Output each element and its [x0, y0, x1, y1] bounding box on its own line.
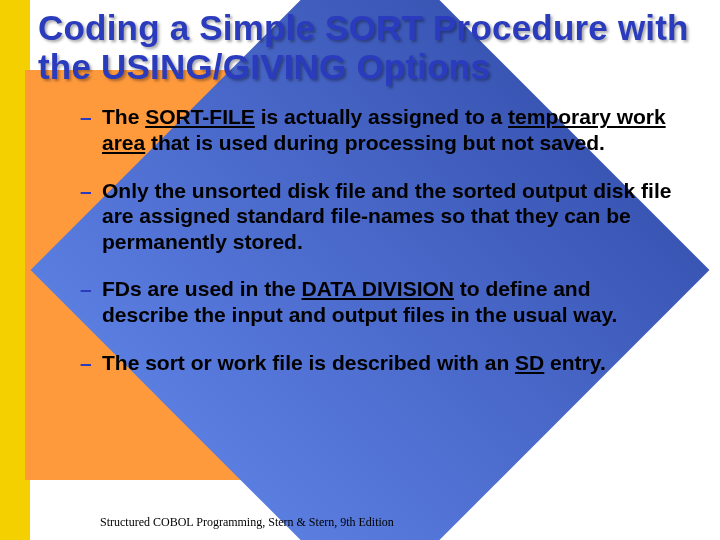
slide-content: Coding a Simple SORT Procedure with the …	[0, 0, 720, 375]
bullet-text: is actually assigned to a	[255, 105, 508, 128]
bullet-item: Only the unsorted disk file and the sort…	[80, 178, 682, 255]
slide-footer: Structured COBOL Programming, Stern & St…	[100, 515, 394, 530]
bullet-underline: DATA DIVISION	[302, 277, 454, 300]
bullet-list: The SORT-FILE is actually assigned to a …	[38, 104, 700, 375]
bullet-item: The SORT-FILE is actually assigned to a …	[80, 104, 682, 155]
bullet-text: The sort or work file is described with …	[102, 351, 515, 374]
bullet-item: The sort or work file is described with …	[80, 350, 682, 376]
bullet-text: The	[102, 105, 145, 128]
bullet-text: Only the unsorted disk file and the sort…	[102, 179, 671, 253]
bullet-underline: SORT-FILE	[145, 105, 255, 128]
bullet-underline: SD	[515, 351, 544, 374]
bullet-text: that is used during processing but not s…	[145, 131, 605, 154]
bullet-text: FDs are used in the	[102, 277, 302, 300]
bullet-text: entry.	[544, 351, 605, 374]
bullet-item: FDs are used in the DATA DIVISION to def…	[80, 276, 682, 327]
slide-title: Coding a Simple SORT Procedure with the …	[38, 8, 700, 86]
